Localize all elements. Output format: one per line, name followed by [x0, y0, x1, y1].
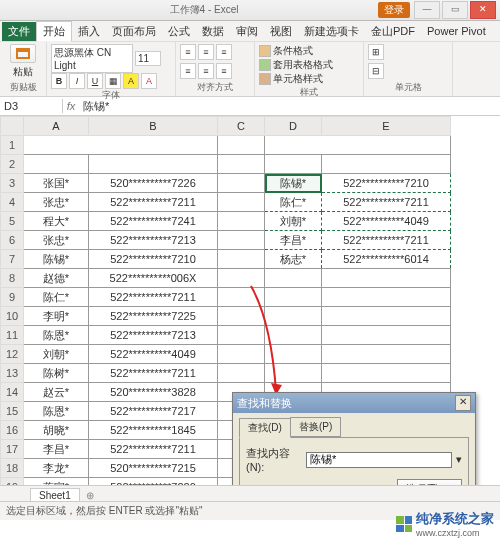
row-header[interactable]: 7	[1, 250, 24, 269]
tab-find[interactable]: 查找(D)	[239, 418, 291, 438]
tab-formula[interactable]: 公式	[162, 22, 196, 41]
border-button[interactable]: ▦	[105, 73, 121, 89]
ribbon-group-font: 思源黑体 CN Light 11 B I U ▦ A A 字体	[47, 42, 176, 96]
fill-color-button[interactable]: A	[123, 73, 139, 89]
status-text: 选定目标区域，然后按 ENTER 或选择"粘贴"	[6, 504, 203, 518]
cells-group-label: 单元格	[368, 81, 448, 94]
row-header[interactable]: 15	[1, 402, 24, 421]
new-sheet-button[interactable]: ⊕	[80, 490, 100, 501]
conditional-format-button[interactable]: 条件格式	[259, 44, 359, 58]
paste-label: 粘贴	[13, 65, 33, 79]
row-header[interactable]: 2	[1, 155, 24, 174]
col-header-a[interactable]: A	[24, 117, 89, 136]
tab-powerpivot[interactable]: Power Pivot	[421, 23, 492, 39]
ribbon: 粘贴 剪贴板 思源黑体 CN Light 11 B I U ▦ A A 字体 ≡…	[0, 42, 500, 97]
styles-group-label: 样式	[259, 86, 359, 99]
delete-cell-icon[interactable]: ⊟	[368, 63, 384, 79]
row-header[interactable]: 14	[1, 383, 24, 402]
dropdown-icon[interactable]: ▾	[456, 453, 462, 466]
row-header[interactable]: 5	[1, 212, 24, 231]
find-label: 查找内容(N):	[246, 446, 302, 473]
table2-header-name[interactable]: 姓名	[265, 155, 322, 174]
app-title: 工作簿4 - Excel	[30, 3, 378, 17]
col-header-c[interactable]: C	[218, 117, 265, 136]
tab-layout[interactable]: 页面布局	[106, 22, 162, 41]
align-middle-button[interactable]: ≡	[198, 44, 214, 60]
align-top-button[interactable]: ≡	[180, 44, 196, 60]
row-header[interactable]: 13	[1, 364, 24, 383]
font-name-select[interactable]: 思源黑体 CN Light	[51, 44, 133, 73]
align-center-button[interactable]: ≡	[198, 63, 214, 79]
cell-d3-selected[interactable]: 陈锡*	[265, 174, 322, 193]
ribbon-group-clipboard: 粘贴 剪贴板	[0, 42, 47, 96]
spreadsheet-grid[interactable]: A B C D E 1 表格一 表格二 2 姓名 身份证号 姓名 身份证号 3张…	[0, 116, 500, 516]
dialog-close-button[interactable]: ✕	[455, 395, 471, 411]
row-header[interactable]: 11	[1, 326, 24, 345]
align-bottom-button[interactable]: ≡	[216, 44, 232, 60]
row-header[interactable]: 17	[1, 440, 24, 459]
ribbon-tabs: 文件 开始 插入 页面布局 公式 数据 审阅 视图 新建选项卡 金山PDF Po…	[0, 21, 500, 42]
row-header[interactable]: 4	[1, 193, 24, 212]
table2-header-id[interactable]: 身份证号	[322, 155, 451, 174]
title-bar: 工作簿4 - Excel 登录 — ▭ ✕	[0, 0, 500, 21]
ribbon-group-styles: 条件格式 套用表格格式 单元格样式 样式	[255, 42, 364, 96]
row-header[interactable]: 10	[1, 307, 24, 326]
font-color-button[interactable]: A	[141, 73, 157, 89]
window-controls: — ▭ ✕	[414, 1, 500, 19]
paste-button[interactable]	[10, 44, 36, 63]
tab-review[interactable]: 审阅	[230, 22, 264, 41]
close-button[interactable]: ✕	[470, 1, 496, 19]
ribbon-group-cells: ⊞ ⊟ 单元格	[364, 42, 453, 96]
minimize-button[interactable]: —	[414, 1, 440, 19]
select-all-corner[interactable]	[1, 117, 24, 136]
col-header-e[interactable]: E	[322, 117, 451, 136]
tab-view[interactable]: 视图	[264, 22, 298, 41]
underline-button[interactable]: U	[87, 73, 103, 89]
italic-button[interactable]: I	[69, 73, 85, 89]
col-header-b[interactable]: B	[89, 117, 218, 136]
table1-title[interactable]: 表格一	[24, 136, 218, 155]
login-button[interactable]: 登录	[378, 2, 410, 18]
tab-insert[interactable]: 插入	[72, 22, 106, 41]
tab-home[interactable]: 开始	[36, 21, 72, 42]
align-group-label: 对齐方式	[180, 81, 250, 94]
align-left-button[interactable]: ≡	[180, 63, 196, 79]
row-header[interactable]: 18	[1, 459, 24, 478]
row-header[interactable]: 9	[1, 288, 24, 307]
watermark-logo-icon	[396, 516, 412, 532]
font-size-select[interactable]: 11	[135, 51, 161, 66]
tab-pdf[interactable]: 金山PDF	[365, 22, 421, 41]
table2-title[interactable]: 表格二	[265, 136, 451, 155]
watermark-url: www.czxtzj.com	[416, 528, 494, 538]
clipboard-group-label: 剪贴板	[10, 81, 37, 94]
find-input[interactable]	[306, 452, 452, 468]
tab-data[interactable]: 数据	[196, 22, 230, 41]
col-header-d[interactable]: D	[265, 117, 322, 136]
insert-cell-icon[interactable]: ⊞	[368, 44, 384, 60]
row-header[interactable]: 1	[1, 136, 24, 155]
ribbon-group-align: ≡ ≡ ≡ ≡ ≡ ≡ 对齐方式	[176, 42, 255, 96]
cell-style-button[interactable]: 单元格样式	[259, 72, 359, 86]
tab-new[interactable]: 新建选项卡	[298, 22, 365, 41]
align-right-button[interactable]: ≡	[216, 63, 232, 79]
row-header[interactable]: 12	[1, 345, 24, 364]
row-header[interactable]: 8	[1, 269, 24, 288]
tab-file[interactable]: 文件	[2, 22, 36, 41]
tab-replace[interactable]: 替换(P)	[290, 417, 341, 437]
watermark-text: 纯净系统之家	[416, 510, 494, 528]
table-format-button[interactable]: 套用表格格式	[259, 58, 359, 72]
maximize-button[interactable]: ▭	[442, 1, 468, 19]
row-header[interactable]: 16	[1, 421, 24, 440]
row-header[interactable]: 6	[1, 231, 24, 250]
font-group-label: 字体	[51, 89, 171, 102]
dialog-title-bar[interactable]: 查找和替换 ✕	[233, 393, 475, 413]
row-header[interactable]: 3	[1, 174, 24, 193]
bold-button[interactable]: B	[51, 73, 67, 89]
dialog-title: 查找和替换	[237, 396, 292, 411]
table1-header-name[interactable]: 姓名	[24, 155, 89, 174]
watermark: 纯净系统之家 www.czxtzj.com	[396, 510, 494, 538]
table1-header-id[interactable]: 身份证号	[89, 155, 218, 174]
